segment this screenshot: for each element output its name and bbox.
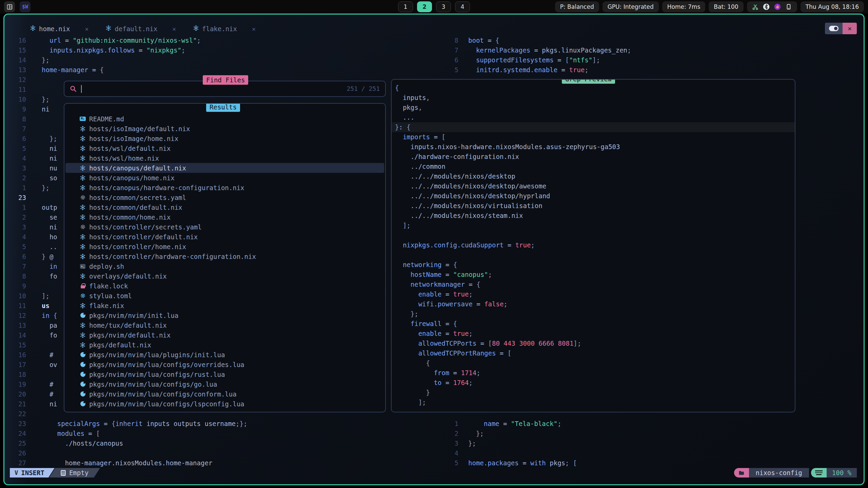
- gear-grey-file-icon: [79, 195, 87, 200]
- file-row[interactable]: flake.lock: [64, 281, 385, 291]
- file-name: pkgs/nvim/nvim/lua/configs/rust.lua: [89, 371, 225, 378]
- line-number: 14: [4, 55, 34, 65]
- workspace-switcher: 1234: [398, 1, 470, 12]
- file-row[interactable]: M↓README.md: [64, 114, 385, 124]
- file-row[interactable]: hosts/isoImage/home.nix: [64, 134, 385, 143]
- find-files-prompt[interactable]: Find Files 251 / 251: [64, 81, 386, 97]
- file-row[interactable]: pkgs/nvim/nvim/init.lua: [64, 310, 385, 320]
- tab-close-icon[interactable]: ×: [172, 25, 176, 33]
- top-bar: $W 1234 P: BalancedGPU: IntegratedHome: …: [0, 0, 868, 14]
- flame-icon[interactable]: [774, 3, 781, 10]
- line-number: 8: [4, 114, 34, 124]
- file-row[interactable]: home/tux/default.nix: [64, 320, 385, 330]
- launcher-grid-icon[interactable]: [4, 1, 15, 12]
- file-row[interactable]: stylua.toml: [64, 291, 385, 301]
- line-text: se: [42, 212, 57, 222]
- line-text: [42, 448, 45, 458]
- line-text: ni: [42, 154, 57, 163]
- status-module-3[interactable]: Bat: 100: [709, 1, 743, 12]
- grep-preview-panel: Grep Preview { inputs, pkgs, ...}: { imp…: [391, 79, 795, 412]
- file-row[interactable]: pkgs/nvim/nvim/lua/configs/go.lua: [64, 379, 385, 389]
- file-row[interactable]: >_deploy.sh: [64, 261, 385, 271]
- line-number: 2: [441, 429, 462, 439]
- file-row[interactable]: hosts/controller/hardware-configuration.…: [64, 251, 385, 261]
- file-row[interactable]: pkgs/default.nix: [64, 340, 385, 350]
- workspace-button-3[interactable]: 3: [436, 1, 451, 12]
- preview-line: }: [392, 388, 795, 398]
- file-row[interactable]: hosts/canopus/default.nix: [65, 163, 384, 173]
- results-panel: Results M↓README.mdhosts/isoImage/defaul…: [64, 103, 386, 412]
- file-row[interactable]: hosts/common/default.nix: [64, 202, 385, 212]
- line-number: 12: [4, 75, 34, 85]
- phone-icon[interactable]: [785, 3, 792, 10]
- line-number: 10: [4, 291, 34, 301]
- preview-line: imports = [: [392, 132, 795, 142]
- clock[interactable]: Thu Aug 08, 18:16: [801, 1, 864, 12]
- tab-default.nix[interactable]: default.nix×: [105, 23, 176, 34]
- workspace-button-1[interactable]: 1: [398, 1, 413, 12]
- bluetooth-icon[interactable]: [763, 3, 770, 10]
- file-row[interactable]: pkgs/nvim/nvim/lua/plugins/init.lua: [64, 350, 385, 360]
- file-row[interactable]: hosts/canopus/hardware-configuration.nix: [64, 183, 385, 192]
- file-name: hosts/controller/home.nix: [89, 243, 186, 250]
- toggle-icon[interactable]: [825, 23, 843, 34]
- status-module-2[interactable]: Home: 7ms: [662, 1, 706, 12]
- gear-grey-file-icon: [79, 224, 87, 230]
- status-module-1[interactable]: GPU: Integrated: [603, 1, 659, 12]
- line-number: 1: [4, 183, 34, 193]
- code-line: 15 inputs.nixpkgs.follows = "nixpkgs";: [4, 45, 440, 55]
- line-number: 6: [4, 252, 34, 262]
- line-number: 17: [4, 360, 34, 370]
- shell-app-icon[interactable]: $W: [20, 1, 31, 12]
- line-number: 3: [4, 163, 34, 173]
- file-row[interactable]: overlays/default.nix: [64, 271, 385, 281]
- file-row[interactable]: hosts/controller/home.nix: [64, 242, 385, 251]
- code-line: 26: [4, 448, 440, 458]
- file-name: hosts/common/home.nix: [89, 214, 171, 221]
- code-line: 2 };: [441, 429, 864, 439]
- line-number: 14: [4, 330, 34, 340]
- tab-close-icon[interactable]: ×: [252, 25, 256, 33]
- file-row[interactable]: hosts/common/secrets.yaml: [64, 192, 385, 202]
- line-number: 9: [4, 281, 34, 291]
- workspace-button-4[interactable]: 4: [455, 1, 470, 12]
- file-row[interactable]: pkgs/nvim/default.nix: [64, 330, 385, 340]
- file-row[interactable]: hosts/controller/default.nix: [64, 232, 385, 242]
- file-name: pkgs/default.nix: [89, 341, 151, 349]
- file-row[interactable]: hosts/canopus/home.nix: [64, 173, 385, 183]
- scissors-icon[interactable]: [752, 4, 758, 10]
- mode-segment: V INSERT: [10, 468, 55, 477]
- tab-close-icon[interactable]: ×: [85, 25, 89, 33]
- line-number: 15: [4, 45, 34, 55]
- scroll-progress: 100 %: [827, 468, 857, 477]
- line-number: 25: [4, 439, 34, 448]
- lua-file-icon: [79, 362, 87, 367]
- file-row[interactable]: hosts/isoImage/default.nix: [64, 124, 385, 134]
- preview-line: ../../modules/nixos/desktop/awesome: [392, 181, 795, 191]
- line-text: pa: [42, 321, 57, 330]
- file-row[interactable]: pkgs/nvim/nvim/lua/configs/overrides.lua: [64, 360, 385, 369]
- line-text: home-manager.nixosModules.home-manager: [42, 458, 212, 468]
- lua-file-icon: [79, 391, 87, 396]
- file-row[interactable]: flake.nix: [64, 301, 385, 310]
- line-number: 4: [4, 154, 34, 163]
- nix-file-icon: [79, 342, 87, 348]
- line-number: 2: [4, 173, 34, 183]
- tab-flake.nix[interactable]: flake.nix×: [193, 23, 256, 34]
- file-row[interactable]: hosts/wsl/default.nix: [64, 143, 385, 153]
- file-row[interactable]: pkgs/nvim/nvim/lua/configs/conform.lua: [64, 389, 385, 399]
- file-row[interactable]: pkgs/nvim/nvim/lua/configs/lspconfig.lua: [64, 399, 385, 409]
- line-text: ni: [42, 222, 57, 232]
- editor-area: 16 url = "github:nix-community/nixos-wsl…: [4, 36, 864, 484]
- file-row[interactable]: hosts/wsl/home.nix: [64, 153, 385, 163]
- line-number: 10: [4, 95, 34, 104]
- file-row[interactable]: pkgs/nvim/nvim/lua/configs/rust.lua: [64, 369, 385, 379]
- close-window-icon[interactable]: ×: [843, 23, 857, 34]
- file-row[interactable]: hosts/controller/secrets.yaml: [64, 222, 385, 232]
- tab-home.nix[interactable]: home.nix×: [30, 23, 88, 34]
- file-row[interactable]: hosts/common/home.nix: [64, 212, 385, 222]
- folder-segment: [734, 468, 749, 477]
- line-text: nu: [42, 163, 57, 173]
- status-module-0[interactable]: P: Balanced: [555, 1, 599, 12]
- workspace-button-2[interactable]: 2: [417, 1, 432, 12]
